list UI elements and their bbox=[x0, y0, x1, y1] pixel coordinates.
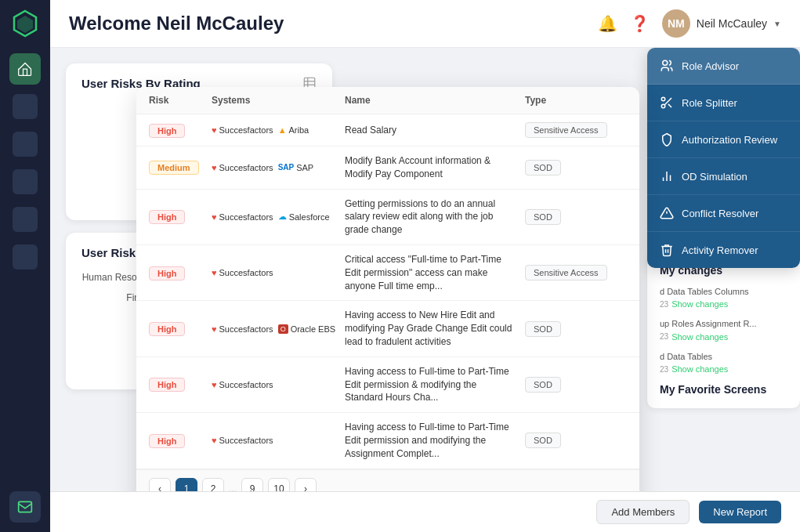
systems-cell: ♥ Succesfactors bbox=[212, 268, 345, 277]
svg-point-13 bbox=[661, 104, 665, 108]
my-favorite-title: My Favorite Screens bbox=[660, 383, 787, 396]
system-tag: SAP SAP bbox=[278, 163, 314, 172]
systems-cell: ♥ Succesfactors ▲ Ariba bbox=[212, 125, 345, 135]
type-badge: Sensitive Access bbox=[525, 265, 607, 280]
table-row: High ♥ Succesfactors Critical access "Fu… bbox=[136, 245, 639, 301]
sidebar-item-4[interactable] bbox=[9, 204, 41, 235]
users-icon bbox=[660, 59, 674, 73]
risk-cell: Medium bbox=[149, 160, 212, 175]
dropdown-item-role-advisor[interactable]: Role Advisor bbox=[647, 48, 800, 85]
systems-cell: ♥ Succesfactors O Oracle EBS bbox=[212, 324, 345, 334]
dropdown-item-od-simulation[interactable]: OD Simulation bbox=[647, 158, 800, 195]
change-date-3: 23 bbox=[660, 365, 668, 374]
user-profile[interactable]: NM Neil McCauley ▼ bbox=[662, 9, 781, 38]
prev-button[interactable]: ‹ bbox=[149, 478, 171, 491]
table-row: High ♥ Succesfactors ▲ Ariba Read Salary… bbox=[136, 114, 639, 147]
change-text-2: up Roles Assignment R... bbox=[660, 318, 787, 330]
name-cell: Having access to Full-time to Part-Time … bbox=[345, 365, 525, 404]
risk-cell: High bbox=[149, 209, 212, 224]
sidebar-item-5[interactable] bbox=[9, 241, 41, 273]
table-row: Medium ♥ Succesfactors SAP SAP Modify Ba… bbox=[136, 147, 639, 190]
dropdown-item-role-splitter[interactable]: Role Splitter bbox=[647, 85, 800, 121]
system-tag: ♥ Succesfactors bbox=[212, 436, 273, 445]
change-item-1: d Data Tables Columns 23 Show changes bbox=[660, 286, 787, 309]
col-systems: Systems bbox=[212, 95, 345, 106]
right-dropdown-menu: Role Advisor Role Splitter Authorization… bbox=[647, 48, 800, 268]
avatar: NM bbox=[662, 9, 690, 38]
table-row: High ♥ Succesfactors ☁ Salesforce Gettin… bbox=[136, 190, 639, 245]
svg-point-12 bbox=[661, 97, 665, 101]
mail-button[interactable] bbox=[9, 491, 41, 523]
sidebar-item-home[interactable] bbox=[9, 53, 41, 85]
sidebar-item-2[interactable] bbox=[9, 128, 41, 160]
col-type: Type bbox=[525, 95, 627, 106]
help-icon[interactable]: ❓ bbox=[630, 14, 650, 33]
my-changes-card: My changes d Data Tables Columns 23 Show… bbox=[647, 252, 800, 408]
table-header: Risk Systems Name Type bbox=[136, 87, 639, 114]
risk-badge-high: High bbox=[149, 322, 185, 336]
svg-line-15 bbox=[668, 104, 671, 107]
type-cell: Sensitive Access bbox=[525, 265, 627, 280]
system-tag: ☁ Salesforce bbox=[278, 212, 330, 222]
risk-badge-high: High bbox=[149, 378, 185, 392]
type-cell: SOD bbox=[525, 432, 627, 448]
system-tag: ♥ Succesfactors bbox=[212, 125, 273, 135]
add-members-button[interactable]: Add Members bbox=[596, 500, 690, 524]
system-tag: ♥ Succesfactors bbox=[212, 163, 273, 172]
dropdown-item-conflict-resolver[interactable]: Conflict Resolver bbox=[647, 195, 800, 232]
page-9-button[interactable]: 9 bbox=[241, 478, 263, 491]
chevron-down-icon: ▼ bbox=[773, 20, 781, 28]
name-cell: Read Salary bbox=[345, 124, 525, 137]
sidebar-item-1[interactable] bbox=[9, 91, 41, 122]
table-row: High ♥ Succesfactors Having access to Fu… bbox=[136, 413, 639, 469]
risk-badge-high: High bbox=[149, 210, 185, 224]
table-row: High ♥ Succesfactors Having access to Fu… bbox=[136, 357, 639, 413]
dashboard: User Risks By Rating bbox=[50, 48, 800, 491]
dropdown-item-auth-review[interactable]: Authorization Review bbox=[647, 121, 800, 158]
role-advisor-label: Role Advisor bbox=[682, 60, 739, 72]
trash-icon bbox=[660, 243, 674, 257]
risk-badge-high: High bbox=[149, 434, 185, 448]
risks-table: Risk Systems Name Type High ♥ Succesfact… bbox=[136, 87, 639, 491]
new-report-button[interactable]: New Report bbox=[699, 501, 781, 523]
type-badge: SOD bbox=[525, 209, 561, 225]
type-badge: SOD bbox=[525, 160, 561, 176]
change-text-1: d Data Tables Columns bbox=[660, 286, 787, 298]
type-badge: SOD bbox=[525, 432, 561, 448]
page-1-button[interactable]: 1 bbox=[176, 478, 197, 491]
system-tag: ♥ Succesfactors bbox=[212, 212, 273, 222]
system-tag: O Oracle EBS bbox=[278, 324, 335, 334]
sidebar bbox=[0, 0, 50, 532]
show-changes-link-3[interactable]: Show changes bbox=[671, 364, 728, 374]
name-cell: Having access to Full-time to Part-Time … bbox=[345, 421, 525, 460]
conflict-resolver-label: Conflict Resolver bbox=[682, 208, 758, 219]
next-button[interactable]: › bbox=[295, 478, 317, 491]
change-item-2: up Roles Assignment R... 23 Show changes bbox=[660, 318, 787, 341]
show-changes-link-1[interactable]: Show changes bbox=[671, 299, 728, 309]
systems-cell: ♥ Succesfactors bbox=[212, 436, 345, 445]
risk-badge-high: High bbox=[149, 124, 185, 138]
main-content: Welcome Neil McCauley 🔔 ❓ NM Neil McCaul… bbox=[50, 0, 800, 532]
show-changes-link-2[interactable]: Show changes bbox=[671, 332, 728, 342]
risk-badge-high: High bbox=[149, 266, 185, 280]
type-cell: SOD bbox=[525, 160, 627, 176]
risk-cell: High bbox=[149, 266, 212, 280]
type-badge: Sensitive Access bbox=[525, 122, 607, 138]
risk-cell: High bbox=[149, 321, 212, 336]
sidebar-item-3[interactable] bbox=[9, 166, 41, 197]
notification-icon[interactable]: 🔔 bbox=[598, 14, 617, 33]
risk-cell: High bbox=[149, 433, 212, 448]
systems-cell: ♥ Succesfactors SAP SAP bbox=[212, 163, 345, 172]
header-actions: 🔔 ❓ NM Neil McCauley ▼ bbox=[598, 9, 781, 38]
risk-badge-medium: Medium bbox=[149, 161, 199, 175]
role-splitter-label: Role Splitter bbox=[682, 97, 737, 109]
page-10-button[interactable]: 10 bbox=[268, 478, 290, 491]
name-cell: Modify Bank Account information & Modify… bbox=[345, 154, 525, 181]
bottom-bar: Add Members New Report bbox=[50, 491, 800, 532]
page-2-button[interactable]: 2 bbox=[202, 478, 224, 491]
logo[interactable] bbox=[11, 9, 39, 41]
name-cell: Critical access "Full-time to Part-Time … bbox=[345, 253, 525, 292]
dropdown-item-activity-remover[interactable]: Activity Remover bbox=[647, 232, 800, 268]
header: Welcome Neil McCauley 🔔 ❓ NM Neil McCaul… bbox=[50, 0, 800, 48]
alert-icon bbox=[660, 206, 674, 220]
